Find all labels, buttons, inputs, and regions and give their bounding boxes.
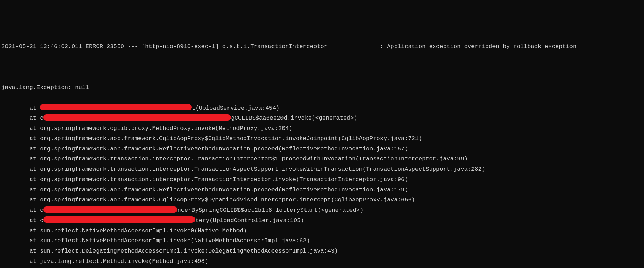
stack-at-keyword: at — [30, 207, 40, 213]
stack-at-keyword: at — [30, 176, 40, 183]
stack-at-keyword: at — [30, 125, 40, 132]
stack-trace: at t(UploadService.java:454) at cgCGLIB$… — [1, 103, 643, 268]
stack-at-keyword: at — [30, 248, 40, 254]
stack-frame: at org.springframework.web.method.suppor… — [1, 267, 643, 268]
stack-text: org.springframework.transaction.intercep… — [40, 156, 468, 162]
stack-text-suffix: t(UploadService.java:454) — [192, 105, 279, 111]
log-message: : Application exception overridden by ro… — [380, 43, 576, 50]
stack-text-prefix: c — [40, 207, 43, 213]
stack-text-prefix: c — [40, 217, 43, 224]
stack-at-keyword: at — [30, 258, 40, 265]
log-logger: o.s.t.i.TransactionInterceptor — [222, 43, 327, 50]
blank-line — [1, 62, 643, 72]
stack-frame: at sun.reflect.NativeMethodAccessorImpl.… — [1, 236, 643, 246]
stack-at-keyword: at — [30, 227, 40, 234]
stack-frame: at org.springframework.aop.framework.Cgl… — [1, 195, 643, 205]
log-pid: 23550 — [107, 43, 124, 50]
log-separator: --- — [127, 43, 138, 50]
stack-frame: at org.springframework.aop.framework.Ref… — [1, 144, 643, 154]
stack-frame: at java.lang.reflect.Method.invoke(Metho… — [1, 256, 643, 267]
log-header-line: 2021-05-21 13:46:02.011 ERROR 23550 --- … — [1, 42, 643, 52]
stack-frame: at org.springframework.transaction.inter… — [1, 154, 643, 164]
stack-at-keyword: at — [30, 135, 40, 142]
log-thread: [http-nio-8910-exec-1] — [142, 43, 219, 50]
stack-frame: at cgCGLIB$$aa6ee20d.invoke(<generated>) — [1, 113, 643, 123]
stack-at-keyword: at — [30, 217, 40, 224]
stack-text-prefix: c — [40, 115, 43, 121]
exception-type: java.lang.Exception — [1, 84, 68, 91]
stack-frame: at org.springframework.cglib.proxy.Metho… — [1, 123, 643, 134]
stack-text: sun.reflect.NativeMethodAccessorImpl.inv… — [40, 227, 247, 234]
stack-frame: at cncerBySpringCGLIB$$acc2b1b8.lotteryS… — [1, 205, 643, 215]
stack-text: org.springframework.transaction.intercep… — [40, 176, 408, 183]
stack-at-keyword: at — [30, 187, 40, 193]
stack-frame: at sun.reflect.NativeMethodAccessorImpl.… — [1, 226, 643, 236]
log-timestamp: 2021-05-21 13:46:02.011 — [1, 43, 82, 50]
stack-frame: at sun.reflect.DelegatingMethodAccessorI… — [1, 246, 643, 256]
stack-at-keyword: at — [30, 237, 40, 244]
stack-frame: at org.springframework.transaction.inter… — [1, 164, 643, 175]
stack-text-suffix: tery(UploadController.java:105) — [195, 217, 304, 224]
log-level: ERROR — [86, 43, 103, 50]
redaction-bar — [40, 104, 192, 110]
stack-text: sun.reflect.DelegatingMethodAccessorImpl… — [40, 248, 338, 254]
stack-at-keyword: at — [30, 115, 40, 121]
stack-frame: at ctery(UploadController.java:105) — [1, 215, 643, 226]
stack-at-keyword: at — [30, 105, 40, 111]
stack-at-keyword: at — [30, 166, 40, 172]
stack-text: sun.reflect.NativeMethodAccessorImpl.inv… — [40, 237, 310, 244]
stack-at-keyword: at — [30, 156, 40, 162]
stack-text-suffix: gCGLIB$$aa6ee20d.invoke(<generated>) — [231, 115, 357, 121]
stack-text: org.springframework.aop.framework.CglibA… — [40, 197, 415, 203]
stack-at-keyword: at — [30, 197, 40, 203]
stack-text: org.springframework.cglib.proxy.MethodPr… — [40, 125, 292, 132]
stack-frame: at org.springframework.aop.framework.Cgl… — [1, 134, 643, 144]
exception-header: java.lang.Exception: null — [1, 82, 643, 93]
stack-text: org.springframework.transaction.intercep… — [40, 166, 485, 172]
redaction-bar — [43, 206, 177, 213]
exception-message: null — [75, 84, 89, 91]
stack-text: org.springframework.aop.framework.Reflec… — [40, 146, 408, 152]
stack-text: org.springframework.aop.framework.CglibA… — [40, 135, 422, 142]
redaction-bar — [43, 216, 195, 223]
stack-at-keyword: at — [30, 146, 40, 152]
stack-frame: at t(UploadService.java:454) — [1, 103, 643, 113]
stack-frame: at org.springframework.aop.framework.Ref… — [1, 185, 643, 195]
stack-text: org.springframework.aop.framework.Reflec… — [40, 187, 408, 193]
redaction-bar — [43, 114, 231, 121]
stack-frame: at org.springframework.transaction.inter… — [1, 175, 643, 185]
stack-text: java.lang.reflect.Method.invoke(Method.j… — [40, 258, 208, 265]
stack-text-suffix: ncerBySpringCGLIB$$acc2b1b8.lotteryStart… — [177, 207, 363, 213]
